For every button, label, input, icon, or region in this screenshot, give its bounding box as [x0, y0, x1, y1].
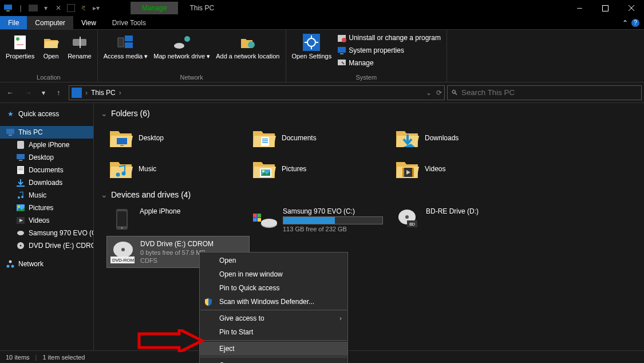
svg-point-45 [9, 261, 12, 263]
chevron-up-icon: ⌃ [622, 19, 628, 27]
svg-point-38 [18, 206, 20, 208]
svg-point-13 [184, 36, 190, 42]
sidebar-item-this-pc[interactable]: This PC [0, 126, 93, 139]
folder-qat-icon[interactable] [27, 2, 39, 14]
maximize-button[interactable] [592, 0, 618, 16]
drive-item[interactable]: Apple iPhone [106, 204, 250, 236]
manage-icon [337, 58, 346, 68]
tab-view[interactable]: View [73, 16, 104, 29]
svg-rect-1 [6, 10, 10, 11]
svg-rect-49 [262, 139, 268, 140]
folder-item[interactable]: Videos [393, 153, 536, 184]
map-drive-button[interactable]: Map network drive ▾ [152, 32, 211, 73]
contextual-tab-manage[interactable]: Manage [131, 2, 178, 14]
close-button[interactable] [618, 0, 644, 16]
context-menu-item[interactable]: Pin to Quick access [200, 281, 347, 295]
qat-more-icon[interactable]: ▸▾ [90, 2, 102, 14]
folder-icon [109, 126, 133, 150]
svg-rect-8 [80, 37, 81, 48]
folder-item[interactable]: Documents [250, 123, 393, 153]
chevron-right-icon[interactable]: › [119, 89, 121, 97]
pc-icon [2, 2, 14, 14]
sidebar-item[interactable]: Samsung 970 EVO (C:) [0, 227, 93, 239]
folder-item[interactable]: Pictures [250, 153, 393, 184]
uninstall-program-button[interactable]: Uninstall or change a program [336, 32, 442, 44]
context-menu-item[interactable]: Give access to› [200, 311, 347, 325]
svg-rect-64 [253, 214, 256, 217]
properties-button[interactable]: Properties [5, 32, 35, 73]
menu-separator [200, 340, 347, 341]
navigation-bar: ← → ▾ ↑ › This PC › ⌄ ⟳ 🔍︎ [0, 82, 644, 103]
add-network-location-button[interactable]: Add a network location [215, 32, 280, 73]
network-drive-icon [173, 33, 191, 52]
context-menu-item[interactable]: Copy [200, 358, 347, 363]
svg-rect-48 [261, 137, 269, 146]
svg-rect-26 [6, 129, 14, 134]
context-menu-item[interactable]: Open [200, 254, 347, 267]
drive-item[interactable]: BDBD-RE Drive (D:) [393, 204, 536, 236]
sidebar-item[interactable]: Apple iPhone [0, 139, 93, 151]
ribbon-toggle[interactable]: ⌃ ? [622, 16, 644, 29]
up-button[interactable]: ↑ [50, 85, 66, 101]
address-bar[interactable]: › This PC › ⌄ ⟳ [69, 85, 445, 100]
back-button[interactable]: ← [2, 85, 18, 101]
breadcrumb-this-pc[interactable]: This PC [91, 89, 116, 97]
ribbon-group-system: Open Settings Uninstall or change a prog… [286, 30, 447, 82]
open-button[interactable]: Open [39, 32, 63, 73]
delete-qat-icon[interactable]: ✕ [53, 2, 64, 14]
chevron-right-icon[interactable]: › [85, 89, 88, 97]
svg-rect-33 [18, 169, 23, 170]
svg-rect-4 [603, 5, 609, 11]
manage-button[interactable]: Manage [336, 57, 442, 69]
minimize-button[interactable]: ─ [567, 0, 592, 16]
properties-qat-icon[interactable] [65, 2, 77, 14]
undo-qat-icon[interactable] [78, 2, 89, 14]
rename-icon [70, 33, 89, 52]
star-icon: ★ [6, 109, 15, 119]
search-icon: 🔍︎ [451, 89, 458, 97]
sidebar-item[interactable]: Documents [0, 164, 93, 176]
pc-icon [72, 88, 82, 98]
sidebar-item[interactable]: Pictures [0, 202, 93, 214]
search-bar[interactable]: 🔍︎ [447, 85, 642, 100]
help-icon[interactable]: ? [631, 19, 639, 27]
svg-text:DVD-ROM: DVD-ROM [112, 258, 135, 263]
context-menu-item[interactable]: Open in new window [200, 267, 347, 281]
recent-dropdown[interactable]: ▾ [39, 85, 48, 101]
folder-item[interactable]: Music [106, 153, 250, 184]
sidebar-item[interactable]: DVD Drive (E:) CDROM [0, 239, 93, 252]
drive-item[interactable]: Samsung 970 EVO (C:)113 GB free of 232 G… [250, 204, 393, 236]
open-settings-button[interactable]: Open Settings [291, 32, 333, 73]
sidebar-item-quick-access[interactable]: ★ Quick access [0, 108, 93, 120]
rename-button[interactable]: Rename [66, 32, 93, 73]
item-icon [16, 165, 25, 175]
sidebar-item[interactable]: Videos [0, 214, 93, 227]
context-menu-item[interactable]: Eject [200, 342, 347, 356]
item-icon [16, 203, 25, 212]
qat-dropdown-icon[interactable]: ▾ [40, 2, 52, 14]
tab-computer[interactable]: Computer [27, 16, 73, 29]
context-menu-item[interactable]: Pin to Start [200, 325, 347, 339]
window-controls: ─ [567, 0, 644, 16]
tab-drive-tools[interactable]: Drive Tools [104, 16, 154, 29]
folders-section-header[interactable]: ⌄ Folders (6) [101, 109, 637, 118]
sidebar-item[interactable]: Downloads [0, 176, 93, 189]
tab-file[interactable]: File [0, 16, 27, 29]
pc-icon [6, 128, 15, 137]
access-media-button[interactable]: Access media ▾ [102, 32, 149, 73]
sidebar-item[interactable]: Music [0, 189, 93, 202]
sidebar-item-network[interactable]: Network [0, 258, 93, 270]
context-menu-item[interactable]: Scan with Windows Defender... [200, 295, 347, 309]
sidebar-item[interactable]: Desktop [0, 151, 93, 164]
drives-section-header[interactable]: ⌄ Devices and drives (4) [101, 190, 637, 199]
address-dropdown-icon[interactable]: ⌄ [426, 89, 432, 97]
search-input[interactable] [461, 88, 638, 97]
svg-rect-28 [17, 141, 24, 149]
folder-item[interactable]: Desktop [106, 123, 250, 153]
ribbon-group-network: Access media ▾ Map network drive ▾ Add a… [98, 30, 286, 82]
svg-point-62 [121, 227, 123, 229]
system-properties-button[interactable]: System properties [336, 45, 442, 56]
refresh-icon[interactable]: ⟳ [436, 89, 442, 97]
forward-button[interactable]: → [21, 85, 37, 101]
folder-item[interactable]: Downloads [393, 123, 536, 153]
